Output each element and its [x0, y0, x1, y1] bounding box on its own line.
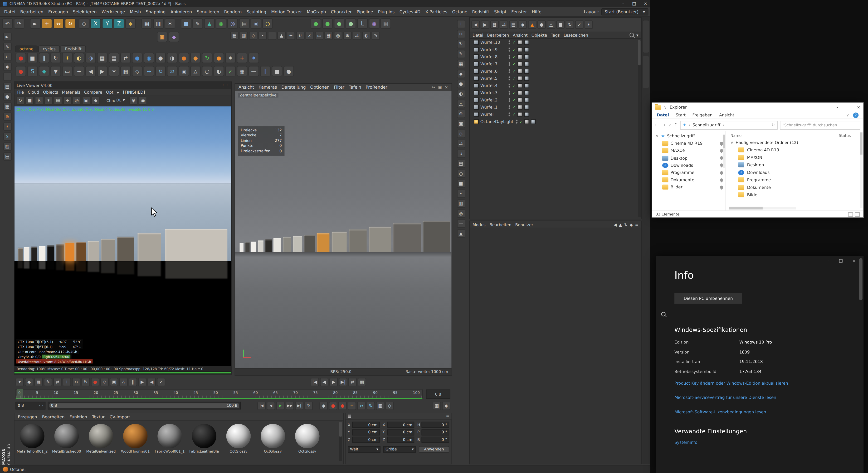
om-tool-icon[interactable]: ✓: [575, 21, 584, 29]
om-tool-icon[interactable]: ▤: [509, 21, 518, 29]
enable-check-icon[interactable]: ✓: [513, 98, 516, 102]
anim-icon[interactable]: ↻: [82, 378, 90, 386]
toolbar-icon[interactable]: ◆: [168, 32, 179, 42]
octane-icon[interactable]: ▦: [97, 53, 107, 63]
toolbar-icon[interactable]: ↻: [65, 18, 75, 29]
tool-icon[interactable]: ✎: [3, 43, 11, 51]
toolbar-icon[interactable]: ▦: [380, 18, 391, 29]
size-mode-select[interactable]: Größe▾: [383, 446, 416, 452]
dock-tab-strip[interactable]: [642, 17, 650, 464]
viewer-tool-icon[interactable]: ◎: [73, 97, 81, 105]
tool-icon[interactable]: ∪: [3, 53, 11, 61]
chevron-down-icon[interactable]: ▾: [637, 32, 638, 37]
toolbar-icon[interactable]: X: [90, 18, 101, 29]
material-tag-icon[interactable]: [518, 83, 523, 88]
viewport-menu-item[interactable]: ProRender: [366, 85, 388, 90]
engine-tab[interactable]: octane: [15, 45, 38, 52]
keyframe-button[interactable]: ↔: [357, 402, 366, 410]
octane-icon[interactable]: ◇: [132, 66, 143, 76]
tree-item[interactable]: MAXON: [652, 147, 725, 155]
am-corner-icon[interactable]: ◆: [630, 222, 633, 227]
menu-item[interactable]: Animieren: [168, 9, 194, 14]
tree-scrollbar[interactable]: [723, 135, 725, 168]
anim-icon[interactable]: ▾: [16, 378, 24, 386]
material-tag-icon[interactable]: [518, 76, 523, 81]
anim-icon[interactable]: ◆: [25, 378, 33, 386]
pin-icon[interactable]: ◉: [129, 97, 138, 105]
visibility-dots[interactable]: [508, 98, 511, 102]
menu-item[interactable]: Bearbeiten: [18, 9, 46, 14]
viewer-tool-icon[interactable]: ◆: [92, 97, 100, 105]
toolbar-icon[interactable]: ↶: [2, 18, 12, 29]
anim-icon[interactable]: ◇: [100, 378, 109, 386]
object-row[interactable]: Würfel.4 ✓: [470, 82, 641, 89]
tool-icon[interactable]: ⊕: [3, 112, 11, 121]
octane-render-image[interactable]: Check:Obs./Tex: MeshGenObs. Update:Obs. …: [14, 106, 231, 366]
toolbar-icon[interactable]: ⇄: [353, 32, 361, 40]
toolbar-icon[interactable]: +: [287, 32, 295, 40]
toolbar-icon[interactable]: ▣: [157, 32, 167, 42]
settings-link[interactable]: Product Key ändern oder Windows-Edition …: [675, 380, 849, 385]
minimize-icon[interactable]: –: [836, 105, 838, 110]
texture-tag-icon[interactable]: [524, 83, 529, 88]
coord-input[interactable]: 0 cm: [352, 437, 380, 443]
tab-datei[interactable]: Datei: [657, 112, 669, 117]
tool-icon[interactable]: ✶: [457, 190, 465, 198]
om-tool-icon[interactable]: ●: [537, 21, 546, 29]
toolbar-icon[interactable]: Z: [114, 18, 124, 29]
enable-check-icon[interactable]: ✓: [513, 40, 516, 45]
material-tag-icon[interactable]: [518, 97, 523, 102]
list-view-icon[interactable]: [848, 212, 853, 217]
toolbar-icon[interactable]: ◇: [249, 32, 257, 40]
object-list-scrollbar[interactable]: [638, 40, 641, 217]
toolbar-icon[interactable]: ●: [311, 18, 321, 29]
keyframe-button[interactable]: +: [348, 402, 356, 410]
viewport-menu-item[interactable]: Darstellung: [281, 85, 306, 90]
texture-tag-icon[interactable]: [524, 105, 529, 110]
octane-icon[interactable]: ■: [27, 53, 38, 63]
am-menu-item[interactable]: Bearbeiten: [489, 222, 511, 227]
stepper-icons[interactable]: ‹ ›: [39, 403, 43, 408]
material-tag-icon[interactable]: [518, 69, 523, 74]
tool-icon[interactable]: ⇄: [457, 140, 465, 148]
texture-tag-icon[interactable]: [524, 69, 529, 74]
toolbar-icon[interactable]: ◎: [334, 32, 342, 40]
coord-input[interactable]: 0 cm: [387, 437, 414, 443]
visibility-dots[interactable]: [508, 105, 511, 109]
tool-icon[interactable]: ▲: [457, 230, 465, 238]
maximize-icon[interactable]: □: [632, 1, 636, 6]
tool-icon[interactable]: —: [457, 219, 465, 228]
toolbar-icon[interactable]: ▨: [240, 32, 248, 40]
tool-icon[interactable]: ◐: [457, 90, 465, 98]
material-thumbnail[interactable]: OctGlossy: [257, 423, 289, 454]
tool-icon[interactable]: ▥: [457, 200, 465, 208]
keyframe-button[interactable]: ↻: [367, 402, 375, 410]
material-tag-icon[interactable]: [518, 55, 523, 59]
menu-item[interactable]: Mesh: [127, 9, 144, 14]
om-tool-icon[interactable]: ▲: [528, 21, 536, 29]
menu-item[interactable]: MoGraph: [304, 9, 329, 14]
viewport-menu-item[interactable]: Tafeln: [349, 85, 361, 90]
ribbon-tab[interactable]: Ansicht: [719, 112, 734, 117]
breadcrumb-item[interactable]: Schnellzugriff: [692, 122, 720, 127]
octane-icon[interactable]: ○: [202, 66, 212, 76]
viewport-corner-icon[interactable]: ×: [445, 85, 448, 90]
menu-item[interactable]: Sculpting: [244, 9, 269, 14]
channel-select[interactable]: DL ▾: [116, 97, 125, 104]
visibility-dots[interactable]: [508, 48, 511, 52]
toolbar-icon[interactable]: ◆: [125, 18, 136, 29]
settings-link[interactable]: Microsoft-Servicevertrag für unsere Dien…: [675, 395, 849, 400]
file-row[interactable]: Programme: [726, 176, 863, 183]
viewport-menu-item[interactable]: Ansicht: [239, 85, 254, 90]
anim-icon[interactable]: ✓: [157, 378, 165, 386]
object-row[interactable]: Würfel.6 ✓: [470, 68, 641, 75]
toolbar-icon[interactable]: ⊕: [343, 32, 352, 40]
apply-button[interactable]: Anwenden: [419, 446, 449, 452]
tree-item[interactable]: Cinema 4D R19: [652, 140, 725, 147]
search-input[interactable]: "Schnellzugriff" durchsuchen: [780, 121, 860, 129]
octane-icon[interactable]: +: [237, 53, 247, 63]
tree-root-quick-access[interactable]: ∨ ★ Schnellzugriff: [652, 132, 725, 140]
files-horizontal-scrollbar[interactable]: [730, 207, 796, 209]
engine-tab[interactable]: cycles: [38, 45, 60, 52]
om-menu-item[interactable]: Datei: [472, 32, 483, 37]
